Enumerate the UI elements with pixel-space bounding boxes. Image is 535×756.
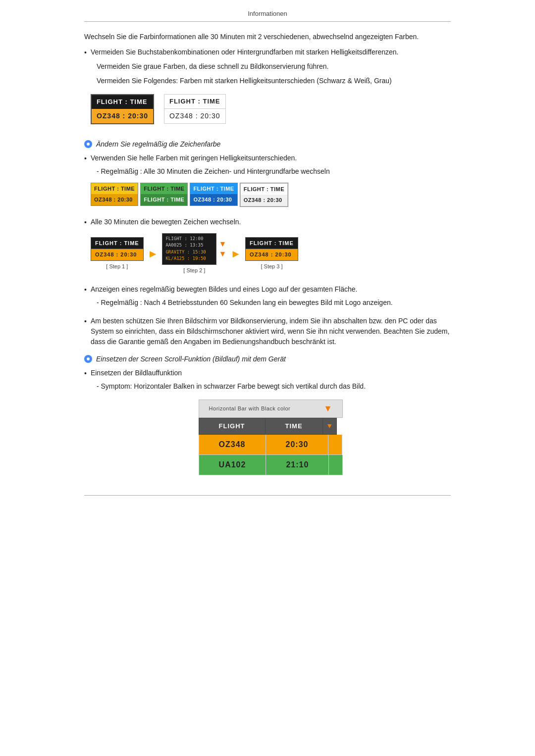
table-caption-row: Horizontal Bar with Black color ▼ — [199, 400, 343, 418]
down-arrow-1: ▼ — [218, 239, 226, 249]
td-2030: 20:30 — [266, 435, 329, 455]
bullet-item-1: • Vermeiden Sie Buchstabenkombinationen … — [84, 47, 451, 132]
cb2-header: FLIGHT : TIME — [141, 183, 187, 195]
step3-wrapper: FLIGHT : TIME OZ348 : 20:30 [ Step 3 ] — [245, 237, 298, 271]
down-arrow-2: ▼ — [218, 249, 226, 258]
page-header: Informationen — [84, 10, 451, 22]
section-title-2-text: Einsetzen der Screen Scroll-Funktion (Bi… — [96, 355, 286, 363]
dark-flight-header: FLIGHT : TIME — [92, 95, 153, 109]
bullet-1-content: Vermeiden Sie Buchstabenkombinationen od… — [91, 47, 451, 132]
dark-flight-box: FLIGHT : TIME OZ348 : 20:30 — [91, 94, 154, 124]
cb4-data: OZ348 : 20:30 — [240, 195, 288, 206]
bullet-item-2: • Verwenden Sie helle Farben mit geringe… — [84, 153, 451, 213]
td-arrow-col-1 — [328, 435, 342, 455]
th-arrow: ▼ — [326, 421, 333, 431]
step2-line4: KL/A125 : 19:50 — [165, 255, 213, 262]
step2-down-arrows: ▼ ▼ — [218, 233, 226, 265]
table-caption-text: Horizontal Bar with Black color — [209, 404, 291, 413]
color-box-2: FLIGHT : TIME FLIGHT : TIME — [140, 183, 188, 206]
page-container: Informationen Wechseln Sie die Farbinfor… — [54, 0, 481, 519]
step3-data: OZ348 : 20:30 — [246, 249, 298, 260]
step2-line2: AA0025 : 13:35 — [165, 242, 213, 249]
cb1-data: OZ348 : 20:30 — [91, 194, 138, 205]
bullet-5-text: Am besten schützen Sie Ihren Bildschirm … — [91, 317, 449, 346]
th-flight: FLIGHT — [199, 418, 266, 435]
step2-line3: GRAVITY : 15:30 — [165, 249, 213, 256]
large-table-wrapper: Horizontal Bar with Black color ▼ FLIGHT… — [91, 400, 451, 475]
step1-box: FLIGHT : TIME OZ348 : 20:30 — [91, 237, 144, 261]
bullet-item-4: • Anzeigen eines regelmäßig bewegten Bil… — [84, 284, 451, 312]
bullet-item-6: • Einsetzen der Bildlauffunktion - Sympt… — [84, 368, 451, 475]
section-icon-2 — [84, 355, 92, 363]
sub1a: Vermeiden Sie graue Farben, da diese sch… — [91, 61, 451, 72]
para1: Wechseln Sie die Farbinformationen alle … — [84, 32, 451, 42]
bullet-6-marker: • — [84, 368, 87, 475]
bullet-4-marker: • — [84, 285, 87, 312]
th-arrow-col: ▼ — [323, 418, 337, 435]
light-flight-data: OZ348 : 20:30 — [164, 109, 225, 123]
bullet-item-3: • Alle 30 Minuten die bewegten Zeichen w… — [84, 217, 451, 281]
bullet-1-text: Vermeiden Sie Buchstabenkombinationen od… — [91, 48, 399, 56]
page-footer — [84, 495, 451, 500]
bullet-5-marker: • — [84, 316, 87, 347]
td-ua102: UA102 — [199, 455, 267, 475]
step-demo-row: FLIGHT : TIME OZ348 : 20:30 [ Step 1 ] ►… — [91, 233, 451, 275]
step-arrow-2: ► — [230, 246, 241, 262]
color-box-3: FLIGHT : TIME OZ348 : 20:30 — [190, 183, 237, 206]
step1-label: [ Step 1 ] — [91, 262, 144, 271]
step1-header: FLIGHT : TIME — [91, 238, 143, 250]
step3-header: FLIGHT : TIME — [246, 238, 298, 250]
bullet-1-marker: • — [84, 48, 87, 132]
bullet-6-content: Einsetzen der Bildlauffunktion - Symptom… — [91, 368, 451, 475]
cb3-header: FLIGHT : TIME — [190, 183, 237, 195]
bullet-3-content: Alle 30 Minuten die bewegten Zeichen wec… — [91, 217, 451, 281]
step3-box: FLIGHT : TIME OZ348 : 20:30 — [245, 237, 298, 261]
bullet-4-content: Anzeigen eines regelmäßig bewegten Bilde… — [91, 284, 451, 312]
light-flight-header: FLIGHT : TIME — [164, 95, 225, 109]
step2-boxes: FLIGHT : 12:00 AA0025 : 13:35 GRAVITY : … — [162, 233, 226, 265]
sub6: - Symptom: Horizontaler Balken in schwar… — [91, 381, 451, 392]
td-oz348: OZ348 — [199, 435, 266, 455]
color-box-4: FLIGHT : TIME OZ348 : 20:30 — [240, 183, 288, 207]
table-header-row: FLIGHT TIME ▼ — [199, 418, 343, 435]
table-data-row-1: OZ348 20:30 — [199, 435, 343, 455]
color-box-1: FLIGHT : TIME OZ348 : 20:30 — [91, 183, 138, 206]
cb2-data: FLIGHT : TIME — [141, 194, 187, 205]
cb3-data: OZ348 : 20:30 — [190, 194, 237, 205]
bullet-4-text: Anzeigen eines regelmäßig bewegten Bilde… — [91, 285, 358, 293]
bullet-3-text: Alle 30 Minuten die bewegten Zeichen wec… — [91, 218, 241, 226]
bullet-2-content: Verwenden Sie helle Farben mit geringen … — [91, 153, 451, 213]
th-time: TIME — [266, 418, 323, 435]
large-table-container: Horizontal Bar with Black color ▼ FLIGHT… — [199, 400, 343, 475]
step2-trans-inner: FLIGHT : 12:00 AA0025 : 13:35 GRAVITY : … — [162, 233, 216, 265]
bullet-3-marker: • — [84, 217, 87, 281]
step2-trans-box: FLIGHT : 12:00 AA0025 : 13:35 GRAVITY : … — [162, 233, 216, 265]
bullet-5-content: Am besten schützen Sie Ihren Bildschirm … — [91, 316, 451, 347]
color-demo-row: FLIGHT : TIME OZ348 : 20:30 FLIGHT : TIM… — [91, 183, 451, 207]
contrast-demo-row: FLIGHT : TIME OZ348 : 20:30 FLIGHT : TIM… — [91, 94, 451, 124]
caption-down-arrow: ▼ — [323, 402, 332, 415]
section-title-1-text: Ändern Sie regelmäßig die Zeichenfarbe — [96, 140, 220, 148]
sub4: - Regelmäßig : Nach 4 Betriebsstunden 60… — [91, 298, 451, 308]
td-2110: 21:10 — [266, 455, 329, 475]
header-title: Informationen — [248, 10, 287, 17]
light-flight-box: FLIGHT : TIME OZ348 : 20:30 — [164, 94, 226, 124]
step1-data: OZ348 : 20:30 — [91, 249, 143, 260]
cb1-header: FLIGHT : TIME — [91, 183, 138, 195]
section-icon-1 — [84, 140, 92, 148]
bullet-6-text: Einsetzen der Bildlauffunktion — [91, 369, 182, 377]
step1-wrapper: FLIGHT : TIME OZ348 : 20:30 [ Step 1 ] — [91, 237, 144, 271]
step2-label: [ Step 2 ] — [162, 266, 226, 275]
table-data-row-2: UA102 21:10 — [199, 455, 343, 475]
section-title-2: Einsetzen der Screen Scroll-Funktion (Bi… — [84, 355, 451, 363]
bullet-2-marker: • — [84, 153, 87, 213]
step-arrow-1: ► — [148, 246, 159, 262]
bullet-item-5: • Am besten schützen Sie Ihren Bildschir… — [84, 316, 451, 347]
step3-label: [ Step 3 ] — [245, 262, 298, 271]
sub2: - Regelmäßig : Alle 30 Minuten die Zeich… — [91, 166, 451, 177]
td-arrow-col-2 — [329, 455, 343, 475]
cb4-header: FLIGHT : TIME — [240, 183, 288, 195]
step2-wrapper: FLIGHT : 12:00 AA0025 : 13:35 GRAVITY : … — [162, 233, 226, 275]
section-title-1: Ändern Sie regelmäßig die Zeichenfarbe — [84, 140, 451, 148]
dark-flight-data: OZ348 : 20:30 — [92, 109, 153, 123]
